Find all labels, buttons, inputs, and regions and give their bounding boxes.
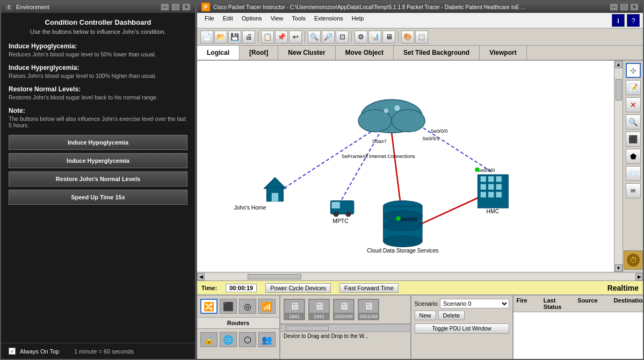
device-scroll-thumb[interactable] [286,326,329,331]
help-info-button[interactable]: i [612,14,625,27]
h-scroll-track[interactable] [205,273,635,280]
router-1941[interactable]: 🖥 1941 [308,299,330,320]
power-cycle-button[interactable]: Power Cycle Devices [265,283,331,293]
wan-category-icon[interactable]: 🌐 [220,332,237,347]
bottom-tool-group: ⏱ [624,250,643,270]
menu-help[interactable]: Help [348,14,368,27]
env-maximize-button[interactable]: □ [171,3,180,11]
wireless-category-icon[interactable]: 📶 [258,299,276,314]
router-2620xm[interactable]: 🖥 2620XM [333,299,354,320]
undo-button[interactable]: ↩ [289,31,302,44]
menu-file[interactable]: File [200,14,219,27]
inspect-tool[interactable]: 🔍 [626,114,641,129]
scroll-up-button[interactable]: ▲ [615,61,623,68]
scroll-thumb[interactable] [616,79,622,100]
env-minimize-button[interactable]: ─ [161,3,169,11]
mail-tool[interactable]: ✉ [626,183,641,198]
copy-button[interactable]: 📋 [261,31,274,44]
nav-root[interactable]: [Root] [240,46,278,60]
paste-button[interactable]: 📌 [275,31,288,44]
menu-tools[interactable]: Tools [287,14,310,27]
device-scrollbar[interactable] [280,324,410,332]
svg-text:HMC: HMC [487,208,500,214]
menu-options[interactable]: Options [237,14,266,27]
device-models-area: 🖥 1841 🖥 1941 🖥 2620XM 🖥 2621XM [280,296,410,359]
open-button[interactable]: 📂 [214,31,227,44]
canvas-scrollbar[interactable]: ▲ ▼ [614,61,623,272]
menu-edit[interactable]: Edit [219,14,237,27]
h-scroll-right[interactable]: ▶ [635,273,643,280]
cpt-minimize-button[interactable]: ─ [610,3,618,11]
svg-text:MPTC: MPTC [332,218,349,224]
svg-rect-26 [477,175,508,208]
save-button[interactable]: 💾 [228,31,241,44]
fast-forward-button[interactable]: Fast Forward Time [339,283,399,293]
zoom-in-button[interactable]: 🔍 [308,31,321,44]
custom-button3[interactable]: 🖥 [382,31,395,44]
svg-rect-32 [496,184,502,190]
custom-button1[interactable]: ⚙ [354,31,367,44]
toggle-pdu-button[interactable]: Toggle PDU List Window [415,323,509,334]
fit-button[interactable]: ⊡ [336,31,349,44]
svg-point-22 [383,220,422,231]
nav-new-cluster[interactable]: New Cluster [278,46,335,60]
select-tool[interactable]: ⊹ [626,63,641,78]
hub-category-icon[interactable]: ◎ [239,299,256,314]
env-app-icon: E [5,3,13,11]
nav-logical[interactable]: Logical [197,46,240,60]
new-scenario-button[interactable]: New [415,311,436,320]
zoom-out-button[interactable]: 🔎 [322,31,335,44]
h-scroll-left[interactable]: ◀ [197,273,205,280]
delete-scenario-button[interactable]: Delete [438,311,465,320]
svg-text:Se0/0/0: Se0/0/0 [477,168,495,173]
palette-button[interactable]: 🎨 [401,31,414,44]
nav-move-object[interactable]: Move Object [336,46,394,60]
restore-normal-button[interactable]: Restore John's Normal Levels [9,171,187,186]
multiuser-category-icon[interactable]: 👥 [258,332,276,347]
cpt-maximize-button[interactable]: □ [620,3,628,11]
scenario-select[interactable]: Scenario 0 [440,299,509,308]
menu-view[interactable]: View [266,14,288,27]
speed-up-time-button[interactable]: Speed Up Time 15x [9,190,187,205]
switch-category-icon[interactable]: ⬛ [220,299,237,314]
canvas-container[interactable]: John's Home MPTC Cloud Data Storage Serv… [197,61,614,272]
svg-rect-24 [383,206,422,217]
security-category-icon[interactable]: 🔒 [200,332,218,347]
custom-button2[interactable]: 📊 [368,31,381,44]
help-question-button[interactable]: ? [627,14,640,27]
delete-tool[interactable]: ✕ [626,97,641,112]
draw-polygon-tool[interactable]: ⬟ [626,149,641,164]
induce-hypoglycemia-button[interactable]: Induce Hypoglycemia [9,135,187,150]
induce-hyperglycemia-button[interactable]: Induce Hyperglycemia [9,153,187,168]
router-2621xm[interactable]: 🖥 2621XM [358,299,379,320]
resize-tool[interactable]: ⬛ [626,132,641,147]
env-content: Condition Controller Dashboard Use the b… [1,13,195,343]
always-on-top-checkbox[interactable]: ✓ [9,348,16,355]
custom-category-icon[interactable]: ⬡ [239,332,256,347]
print-button[interactable]: 🖨 [242,31,255,44]
cpt-close-button[interactable]: ✕ [630,3,639,11]
horizontal-scrollbar[interactable]: ◀ ▶ [197,272,643,280]
nav-viewport[interactable]: Viewport [480,46,526,60]
svg-text:John's Home: John's Home [234,205,266,211]
scroll-down-button[interactable]: ▼ [615,264,623,272]
h-scroll-thumb[interactable] [248,274,301,279]
nav-set-tiled-bg[interactable]: Set Tiled Background [394,46,480,60]
dashboard-title: Condition Controller Dashboard [9,18,187,26]
env-close-button[interactable]: ✕ [182,3,191,11]
router-2620xm-image: 🖥 [334,300,353,313]
new-file-button[interactable]: 📄 [200,31,213,44]
svg-rect-21 [383,215,422,226]
fire-col-status: Last Status [544,297,562,310]
note-tool[interactable]: 📝 [626,80,641,95]
svg-rect-28 [488,176,494,182]
menu-extensions[interactable]: Extensions [310,14,348,27]
router-1941-image: 🖥 [309,300,329,313]
realtime-tool[interactable]: ⏱ [624,250,643,270]
layer-button[interactable]: ⬚ [415,31,428,44]
svg-point-7 [392,110,425,132]
scroll-track[interactable] [615,68,623,264]
send-pdu-tool[interactable]: 📨 [626,166,641,181]
router-category-icon[interactable]: 🔀 [200,299,218,314]
router-1841[interactable]: 🖥 1841 [284,299,305,320]
